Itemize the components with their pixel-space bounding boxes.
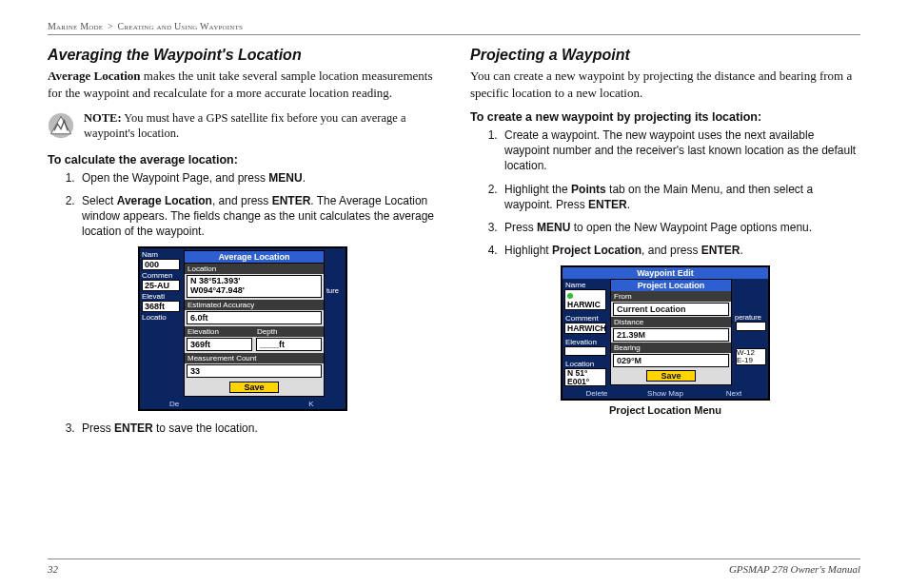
heading-projecting: Projecting a Waypoint	[470, 47, 860, 64]
steps-left: Open the Waypoint Page, and press MENU. …	[48, 170, 438, 240]
step-r3: Press MENU to open the New Waypoint Page…	[501, 220, 860, 235]
note-text: NOTE: You must have a GPS satellite fix …	[84, 110, 438, 142]
soft-delete[interactable]: Delete	[563, 388, 631, 399]
crumb-2: Creating and Using Waypoints	[118, 21, 244, 31]
save-button[interactable]: Save	[646, 370, 695, 382]
page-number: 32	[48, 563, 58, 575]
status-dot-icon	[567, 293, 573, 299]
soft-next[interactable]: Next	[700, 388, 768, 399]
soft-showmap[interactable]: Show Map	[631, 388, 700, 399]
note: NOTE: You must have a GPS satellite fix …	[48, 110, 438, 142]
figure-caption: Project Location Menu	[609, 404, 721, 416]
col-left: Averaging the Waypoint's Location Averag…	[48, 47, 438, 443]
step-r1: Create a waypoint. The new waypoint uses…	[501, 127, 860, 174]
col-right: Projecting a Waypoint You can create a n…	[470, 47, 860, 443]
step-r4: Highlight Project Location, and press EN…	[501, 243, 860, 258]
screen-avg: Nam 000 Commen 25-AU Elevati 368ft Locat…	[138, 246, 347, 411]
step-l2: Select Average Location, and press ENTER…	[78, 193, 438, 240]
save-button[interactable]: Save	[229, 382, 278, 393]
steps-right: Create a waypoint. The new waypoint uses…	[470, 127, 860, 258]
crumb-sep: >	[108, 21, 113, 31]
steps-title-left: To calculate the average location:	[48, 153, 438, 167]
screen-project: Waypoint Edit Name HARWIC Comment HARWIC…	[561, 265, 770, 401]
heading-averaging: Averaging the Waypoint's Location	[48, 47, 438, 64]
step-l3: Press ENTER to save the location.	[78, 421, 438, 436]
figure-average-location: Nam 000 Commen 25-AU Elevati 368ft Locat…	[48, 246, 438, 411]
crumb-1: Marine Mode	[48, 21, 103, 31]
breadcrumb: Marine Mode > Creating and Using Waypoin…	[48, 21, 860, 35]
warning-triangle-icon	[48, 112, 74, 139]
steps-left-cont: Press ENTER to save the location.	[48, 421, 438, 436]
lead-averaging: Average Location makes the unit take sev…	[48, 68, 438, 101]
steps-title-right: To create a new waypoint by projecting i…	[470, 110, 860, 124]
figure-project-location: Waypoint Edit Name HARWIC Comment HARWIC…	[470, 265, 860, 416]
lead-bold: Average Location	[48, 69, 141, 83]
manual-title: GPSMAP 278 Owner's Manual	[729, 563, 860, 575]
step-l1: Open the Waypoint Page, and press MENU.	[78, 170, 438, 186]
step-r2: Highlight the Points tab on the Main Men…	[501, 182, 860, 212]
page-footer: 32 GPSMAP 278 Owner's Manual	[48, 559, 860, 575]
lead-projecting: You can create a new waypoint by project…	[470, 68, 860, 101]
